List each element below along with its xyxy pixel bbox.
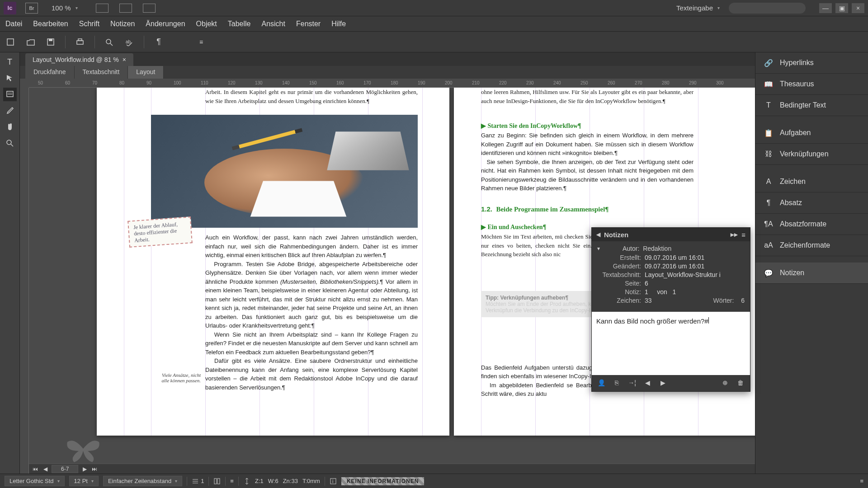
spacing-dropdown[interactable]: Einfacher Zeilenabstand▾	[103, 476, 182, 486]
notizen-panel-header[interactable]: ◀ Notizen ▸▸ ≡	[592, 228, 750, 241]
close-button[interactable]: ×	[852, 3, 864, 13]
spellcheck-icon[interactable]: ab	[124, 37, 135, 47]
chevron-down-icon: ▾	[75, 5, 78, 10]
hand-tool-icon[interactable]	[3, 120, 17, 134]
document-tab-label: Layout_Workflow.indd @ 81 %	[33, 56, 119, 63]
statusbar-menu-icon[interactable]: ≡	[860, 478, 863, 484]
panel-notizen[interactable]: 💬Notizen	[755, 263, 868, 284]
panel-aufgaben[interactable]: 📋Aufgaben	[755, 122, 868, 144]
svg-text:i: i	[332, 479, 333, 484]
view-tab-textabschnitt[interactable]: Textabschnitt	[75, 66, 128, 79]
notizen-panel-title: Notizen	[604, 231, 628, 239]
menu-ansicht[interactable]: Ansicht	[261, 20, 285, 28]
page-left: Arbeit. In diesem Kapitel geht es nur pr…	[97, 88, 449, 436]
page-navigation: ⏮ ◀ 6-7 ▶ ⏭	[29, 464, 755, 474]
character-styles-icon: aA	[764, 241, 774, 249]
menu-tabelle[interactable]: Tabelle	[228, 20, 251, 28]
pilcrow-icon[interactable]: ¶	[153, 37, 164, 47]
note-next-icon[interactable]: ▶	[658, 378, 668, 388]
note-delete-icon[interactable]: 🗑	[736, 378, 745, 388]
titlebar: Ic Br 100 % ▾ Texteingabe ▾ — ▣ ×	[0, 0, 868, 16]
status-z: Z:1	[255, 478, 264, 484]
conditional-text-icon: T	[764, 101, 774, 109]
collapse-icon[interactable]: ▸▸	[731, 230, 738, 239]
column-icon[interactable]	[213, 478, 221, 485]
bridge-icon[interactable]: Br	[25, 3, 38, 14]
panel-zeichenformate[interactable]: aAZeichenformate	[755, 235, 868, 256]
save-icon[interactable]	[45, 37, 56, 47]
type-tool-icon[interactable]: T	[3, 55, 17, 69]
menu-fenster[interactable]: Fenster	[296, 20, 321, 28]
character-icon: A	[764, 178, 774, 186]
view-mode-1-icon[interactable]	[96, 4, 108, 13]
assignments-icon: 📋	[764, 129, 774, 137]
chevron-down-icon[interactable]: ▾	[597, 245, 600, 252]
note-anchor-icon[interactable]: ⎘	[612, 378, 622, 388]
workspace-dropdown[interactable]: Texteingabe ▾	[676, 4, 720, 12]
seite-value: 6	[645, 280, 745, 287]
section-heading: 1.2. Beide Programme im Zusammenspiel¶	[481, 205, 693, 213]
open-icon[interactable]	[25, 37, 36, 47]
menu-schrift[interactable]: Schrift	[79, 20, 99, 28]
panel-verknuepfungen[interactable]: ⛓Verknüpfungen	[755, 144, 868, 165]
zoom-tool-icon[interactable]	[3, 136, 17, 150]
menu-aenderungen[interactable]: Änderungen	[146, 20, 185, 28]
close-tab-icon[interactable]: ×	[123, 56, 126, 63]
panel-absatzformate[interactable]: ¶AAbsatzformate	[755, 214, 868, 235]
next-page-icon[interactable]: ▶	[81, 466, 88, 472]
new-icon[interactable]	[5, 37, 16, 47]
depth-icon	[243, 478, 250, 485]
align-icon[interactable]: ≡	[230, 478, 234, 484]
zoom-dropdown[interactable]: 100 % ▾	[52, 4, 78, 12]
search-input[interactable]	[729, 3, 806, 14]
chevron-down-icon: ▾	[175, 479, 177, 483]
print-icon[interactable]	[75, 37, 85, 47]
toolbar-overflow-icon[interactable]: ≡	[196, 37, 207, 47]
note-tool-icon[interactable]	[3, 88, 17, 101]
note-user-icon[interactable]: 👤	[596, 378, 606, 388]
notizen-textarea[interactable]: Kann das Bild noch größer werden?#	[592, 312, 750, 375]
svg-point-11	[7, 140, 11, 145]
minimize-button[interactable]: —	[819, 3, 832, 13]
svg-rect-4	[78, 39, 82, 41]
svg-rect-16	[214, 479, 217, 484]
app-icon: Ic	[4, 2, 16, 14]
view-tab-layout[interactable]: Layout	[128, 66, 164, 79]
size-dropdown[interactable]: 12 Pt▾	[69, 476, 99, 486]
panel-zeichen[interactable]: AZeichen	[755, 171, 868, 192]
panel-hyperlinks[interactable]: 🔗Hyperlinks	[755, 52, 868, 74]
document-tab[interactable]: Layout_Workflow.indd @ 81 % ×	[25, 53, 133, 66]
line-count: 1	[201, 478, 204, 484]
note-new-icon[interactable]: ⊕	[720, 378, 730, 388]
first-page-icon[interactable]: ⏮	[32, 466, 39, 472]
view-mode-3-icon[interactable]	[143, 4, 156, 13]
eyedropper-tool-icon[interactable]	[3, 104, 17, 117]
svg-point-5	[106, 39, 111, 44]
position-tool-icon[interactable]	[3, 71, 17, 85]
panel-bedingter-text[interactable]: TBedingter Text	[755, 95, 868, 116]
menu-datei[interactable]: Datei	[5, 20, 22, 28]
body-text: Auch ein Workflow, der passt, kann nach …	[205, 233, 418, 392]
panel-absatz[interactable]: ¶Absatz	[755, 192, 868, 214]
menu-notizen[interactable]: Notizen	[110, 20, 135, 28]
panel-thesaurus[interactable]: 📖Thesaurus	[755, 74, 868, 95]
prev-page-icon[interactable]: ◀	[42, 466, 49, 472]
view-tab-druckfahne[interactable]: Druckfahne	[25, 66, 75, 79]
panel-menu-icon[interactable]: ≡	[741, 231, 745, 239]
view-mode-2-icon[interactable]	[119, 4, 132, 13]
info-icon[interactable]: i	[330, 478, 337, 485]
find-icon[interactable]	[104, 37, 115, 47]
menu-hilfe[interactable]: Hilfe	[331, 20, 346, 28]
menu-objekt[interactable]: Objekt	[196, 20, 217, 28]
note-goto-icon[interactable]: →¦	[627, 378, 637, 388]
note-prev-icon[interactable]: ◀	[642, 378, 652, 388]
hyperlinks-icon: 🔗	[764, 59, 774, 67]
menu-bearbeiten[interactable]: Bearbeiten	[33, 20, 68, 28]
chevron-left-icon[interactable]: ◀	[596, 231, 600, 238]
svg-rect-0	[7, 39, 14, 45]
maximize-button[interactable]: ▣	[835, 3, 848, 13]
statusbar: Letter Gothic Std▾ 12 Pt▾ Einfacher Zeil…	[0, 474, 868, 488]
font-dropdown[interactable]: Letter Gothic Std▾	[5, 476, 65, 486]
last-page-icon[interactable]: ⏭	[91, 466, 98, 472]
page-field[interactable]: 6-7	[52, 465, 78, 473]
